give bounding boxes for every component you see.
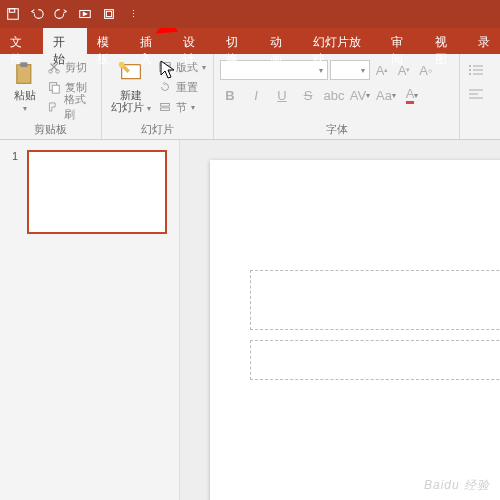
tab-file[interactable]: 文件 [0, 28, 43, 54]
svg-point-12 [119, 62, 125, 68]
svg-rect-10 [53, 85, 60, 93]
svg-point-17 [469, 65, 471, 67]
save-icon[interactable] [6, 7, 20, 21]
tab-template[interactable]: 模板 [87, 28, 130, 54]
tab-home[interactable]: 开始 [43, 28, 86, 54]
ribbon: 粘贴▾ 剪切 复制 格式刷 剪贴板 新建 幻灯片 ▾ 版式▾ 重置 节▾ 幻灯片 [0, 54, 500, 140]
tab-transition[interactable]: 切换 [216, 28, 259, 54]
tab-view[interactable]: 视图 [425, 28, 468, 54]
group-clipboard-label: 剪贴板 [6, 120, 95, 137]
layout-button[interactable]: 版式▾ [158, 58, 206, 76]
slide-canvas-pane[interactable]: 单 [180, 140, 500, 500]
clear-formatting-icon[interactable]: A◦ [416, 60, 436, 80]
customize-qat-icon[interactable]: ⋮ [126, 7, 140, 21]
paste-label: 粘贴 [14, 89, 36, 101]
slide-thumbnail-pane[interactable]: 1 [0, 140, 180, 500]
watermark: Baidu 经验 [424, 477, 490, 494]
tab-design[interactable]: 设计 [173, 28, 216, 54]
strikethrough-button[interactable]: S [298, 85, 318, 105]
slide-canvas[interactable]: 单 [210, 160, 500, 500]
format-painter-icon [47, 100, 60, 114]
svg-rect-15 [161, 104, 170, 107]
redo-icon[interactable] [54, 7, 68, 21]
subtitle-placeholder[interactable] [250, 340, 500, 380]
reset-button[interactable]: 重置 [158, 78, 206, 96]
group-slides-label: 幻灯片 [108, 120, 207, 137]
bold-button[interactable]: B [220, 85, 240, 105]
svg-rect-4 [106, 11, 111, 16]
svg-rect-13 [160, 63, 171, 72]
italic-button[interactable]: I [246, 85, 266, 105]
bullets-button[interactable] [466, 60, 486, 80]
section-icon [158, 100, 172, 114]
group-slides: 新建 幻灯片 ▾ 版式▾ 重置 节▾ 幻灯片 [102, 54, 214, 139]
svg-point-19 [469, 69, 471, 71]
new-slide-label: 新建 幻灯片 [111, 89, 144, 113]
title-placeholder[interactable]: 单 [250, 270, 500, 330]
work-area: 1 单 [0, 140, 500, 500]
start-from-beginning-icon[interactable] [78, 7, 92, 21]
group-paragraph [460, 54, 500, 139]
svg-rect-1 [10, 9, 15, 13]
tab-review[interactable]: 审阅 [381, 28, 424, 54]
slide-thumbnail-1[interactable] [27, 150, 167, 234]
tab-animation[interactable]: 动画 [260, 28, 303, 54]
quick-access-toolbar: ⋮ [0, 0, 500, 28]
group-font: ▾ ▾ A▴ A▾ A◦ B I U S abc AV▾ Aa▾ A▾ 字 [214, 54, 460, 139]
tab-record[interactable]: 录 [468, 28, 500, 54]
align-button[interactable] [466, 84, 486, 104]
touch-mode-icon[interactable] [102, 7, 116, 21]
layout-icon [158, 60, 172, 74]
svg-point-21 [469, 73, 471, 75]
char-spacing-button[interactable]: AV▾ [350, 85, 370, 105]
undo-icon[interactable] [30, 7, 44, 21]
change-case-button[interactable]: Aa▾ [376, 85, 396, 105]
font-color-button[interactable]: A▾ [402, 85, 422, 105]
reset-icon [158, 80, 172, 94]
font-size-select[interactable]: ▾ [330, 60, 370, 80]
tab-insert[interactable]: 插入 [130, 28, 173, 54]
section-button[interactable]: 节▾ [158, 98, 206, 116]
increase-font-icon[interactable]: A▴ [372, 60, 392, 80]
underline-button[interactable]: U [272, 85, 292, 105]
tab-slideshow[interactable]: 幻灯片放映 [303, 28, 381, 54]
group-font-label: 字体 [220, 120, 453, 137]
format-painter-button[interactable]: 格式刷 [47, 98, 95, 116]
slide-thumbnail-number: 1 [12, 150, 18, 162]
text-shadow-button[interactable]: abc [324, 85, 344, 105]
ribbon-tabs: 文件 开始 模板 插入 设计 切换 动画 幻灯片放映 审阅 视图 录 [0, 28, 500, 54]
svg-rect-16 [161, 108, 170, 111]
copy-icon [47, 80, 61, 94]
